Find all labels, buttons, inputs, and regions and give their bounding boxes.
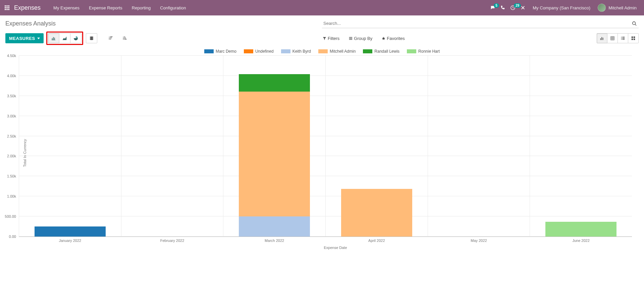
bar-segment[interactable] xyxy=(239,74,310,92)
legend-item[interactable]: Ronnie Hart xyxy=(407,49,440,54)
filters-label: Filters xyxy=(328,36,339,41)
sort-asc-button[interactable] xyxy=(119,33,131,43)
svg-rect-33 xyxy=(611,37,614,40)
bar-stack xyxy=(35,226,106,237)
pie-chart-button[interactable] xyxy=(70,33,82,43)
x-category: March 2022 xyxy=(223,56,325,237)
svg-rect-16 xyxy=(54,38,55,40)
bar-stack xyxy=(239,74,310,237)
filters-dropdown[interactable]: Filters xyxy=(319,34,343,43)
favorites-label: Favorites xyxy=(387,36,405,41)
list-view-button[interactable] xyxy=(618,33,628,43)
x-tick-label: May 2022 xyxy=(428,237,530,243)
bar-segment[interactable] xyxy=(341,189,413,237)
svg-rect-7 xyxy=(6,9,8,10)
svg-rect-38 xyxy=(621,37,622,38)
caret-down-icon xyxy=(37,38,40,39)
svg-rect-25 xyxy=(124,38,125,38)
messages-badge: 5 xyxy=(494,3,499,8)
legend-swatch xyxy=(363,49,372,53)
legend-label: Keith Byrd xyxy=(292,49,311,54)
x-axis-title: Expense Date xyxy=(19,246,644,250)
svg-rect-4 xyxy=(6,7,8,8)
bar-segment[interactable] xyxy=(239,216,310,237)
y-tick-label: 0.00 xyxy=(9,235,19,239)
legend-swatch xyxy=(281,49,290,53)
sort-desc-button[interactable] xyxy=(105,33,117,43)
x-tick-label: March 2022 xyxy=(223,237,325,243)
y-tick-label: 1.00k xyxy=(7,194,19,198)
messages-icon[interactable]: 5 xyxy=(490,5,495,10)
bar-chart-button[interactable] xyxy=(48,33,59,43)
svg-rect-45 xyxy=(634,37,635,38)
svg-rect-29 xyxy=(349,39,352,40)
legend-swatch xyxy=(318,49,328,53)
groupby-dropdown[interactable]: Group By xyxy=(345,34,376,43)
toolbar: MEASURES Filters Group By xyxy=(0,30,644,49)
legend-swatch xyxy=(407,49,416,53)
svg-rect-31 xyxy=(601,37,602,40)
legend-item[interactable]: Keith Byrd xyxy=(281,49,311,54)
nav-link-configuration[interactable]: Configuration xyxy=(155,0,191,15)
apps-icon[interactable] xyxy=(5,5,9,10)
nav-link-reporting[interactable]: Reporting xyxy=(127,0,155,15)
legend-label: Randall Lewis xyxy=(374,49,399,54)
legend-item[interactable]: Randall Lewis xyxy=(363,49,399,54)
nav-link-expense-reports[interactable]: Expense Reports xyxy=(84,0,127,15)
svg-rect-41 xyxy=(622,38,625,39)
svg-point-19 xyxy=(90,38,93,39)
svg-rect-27 xyxy=(349,37,352,38)
legend-item[interactable]: Mitchell Admin xyxy=(318,49,356,54)
svg-rect-32 xyxy=(603,38,603,40)
svg-rect-6 xyxy=(5,9,6,10)
svg-rect-44 xyxy=(632,37,633,38)
x-category: May 2022 xyxy=(428,56,530,237)
user-name: Mitchell Admin xyxy=(608,5,637,10)
svg-rect-14 xyxy=(52,38,52,40)
svg-rect-1 xyxy=(6,5,8,7)
svg-rect-22 xyxy=(110,38,111,38)
y-tick-label: 2.50k xyxy=(7,134,19,138)
bar-segment[interactable] xyxy=(35,226,106,237)
x-category: January 2022 xyxy=(19,56,121,237)
legend-item[interactable]: Marc Demo xyxy=(204,49,236,54)
stacked-button[interactable] xyxy=(86,33,97,43)
legend-label: Undefined xyxy=(255,49,274,54)
company-switcher[interactable]: My Company (San Francisco) xyxy=(533,5,590,10)
graph-view-button[interactable] xyxy=(597,33,607,43)
search-input[interactable] xyxy=(322,19,630,28)
legend-item[interactable]: Undefined xyxy=(244,49,274,54)
avatar xyxy=(598,4,606,12)
x-category: April 2022 xyxy=(325,56,428,237)
groupby-label: Group By xyxy=(354,36,372,41)
bar-segment[interactable] xyxy=(239,92,310,216)
brand-title[interactable]: Expenses xyxy=(14,4,41,11)
svg-point-12 xyxy=(633,21,636,24)
legend-swatch xyxy=(244,49,253,53)
pivot-view-button[interactable] xyxy=(607,33,618,43)
x-tick-label: February 2022 xyxy=(121,237,223,243)
user-menu[interactable]: Mitchell Admin xyxy=(598,4,637,12)
line-chart-button[interactable] xyxy=(59,33,70,43)
nav-link-my-expenses[interactable]: My Expenses xyxy=(49,0,84,15)
svg-rect-24 xyxy=(124,37,125,37)
activities-icon[interactable]: 29 xyxy=(511,5,515,10)
close-icon[interactable] xyxy=(521,5,525,10)
kanban-view-button[interactable] xyxy=(628,33,639,43)
svg-line-13 xyxy=(635,24,637,25)
svg-rect-42 xyxy=(621,39,622,40)
svg-rect-3 xyxy=(5,7,6,8)
measures-dropdown[interactable]: MEASURES xyxy=(5,33,44,43)
phone-icon[interactable] xyxy=(500,5,505,10)
search-icon[interactable] xyxy=(630,21,639,26)
svg-rect-8 xyxy=(8,9,10,10)
x-tick-label: January 2022 xyxy=(19,237,121,243)
bar-segment[interactable] xyxy=(545,222,617,237)
page-title: Expenses Analysis xyxy=(5,20,56,27)
svg-point-20 xyxy=(90,39,93,40)
legend-label: Mitchell Admin xyxy=(330,49,356,54)
svg-rect-43 xyxy=(622,39,625,40)
svg-rect-39 xyxy=(622,37,625,38)
plot-container: Total In Currency 0.00500.001.00k1.50k2.… xyxy=(19,56,644,250)
favorites-dropdown[interactable]: Favorites xyxy=(378,34,408,43)
